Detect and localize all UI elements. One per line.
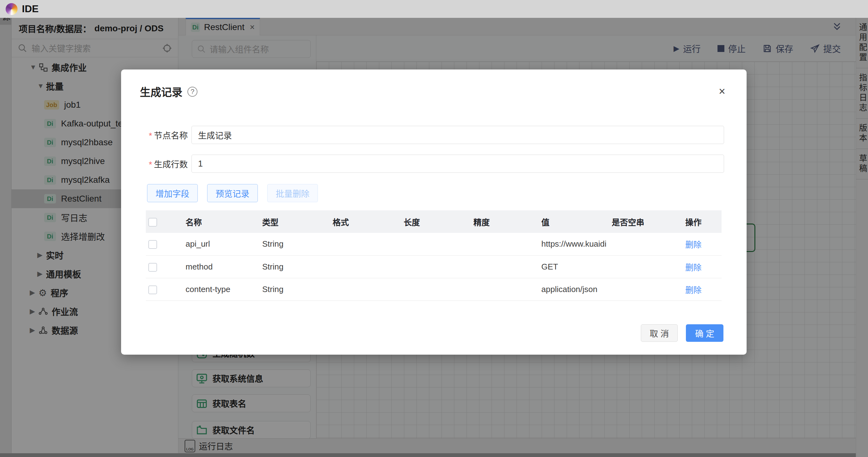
row-checkbox[interactable] [148,285,157,294]
app-title: IDE [22,3,38,15]
select-all-checkbox[interactable] [148,218,157,226]
dialog-close-icon[interactable]: × [719,86,725,97]
col-value: 值 [539,210,609,233]
required-asterisk: * [149,131,152,141]
cell-length [401,233,471,255]
cell-format [330,278,401,301]
cell-name: content-type [183,278,260,301]
node-name-input[interactable] [191,126,724,144]
col-length: 长度 [401,210,471,233]
top-bar: IDE [0,0,868,18]
col-empty-string: 是否空串 [609,210,683,233]
cell-name: api_url [183,233,260,255]
col-format: 格式 [330,210,401,233]
col-precision: 精度 [471,210,539,233]
delete-link[interactable]: 删除 [685,263,702,272]
row-count-row: *生成行数 [121,155,747,173]
generate-records-dialog: 生成记录 ? × *节点名称 *生成行数 增加字段 预览记录 批量删除 名称 类… [121,69,747,355]
cell-format [330,255,401,278]
cell-value: https://www.kuaidi [539,233,609,255]
table-header-row: 名称 类型 格式 长度 精度 值 是否空串 操作 [146,210,721,233]
required-asterisk: * [149,160,152,169]
col-type: 类型 [260,210,330,233]
col-name: 名称 [183,210,260,233]
cancel-button[interactable]: 取 消 [641,324,678,342]
batch-delete-button[interactable]: 批量删除 [267,184,318,202]
help-icon[interactable]: ? [187,87,197,97]
delete-link[interactable]: 删除 [685,285,702,295]
app-logo [6,3,18,15]
fields-table: 名称 类型 格式 长度 精度 值 是否空串 操作 api_url String … [146,210,721,301]
table-row: method String GET 删除 [146,255,721,278]
node-name-label: *节点名称 [121,129,188,141]
cell-type: String [260,255,330,278]
table-row: content-type String application/json 删除 [146,278,721,301]
cell-precision [471,255,539,278]
row-checkbox[interactable] [148,263,157,272]
cell-type: String [260,233,330,255]
cell-empty [609,233,683,255]
dialog-title: 生成记录 [140,84,182,99]
row-count-label: *生成行数 [121,158,188,170]
confirm-button[interactable]: 确 定 [686,324,723,342]
preview-records-button[interactable]: 预览记录 [207,184,258,202]
cell-empty [609,255,683,278]
delete-link[interactable]: 删除 [685,240,702,249]
cell-length [401,255,471,278]
table-row: api_url String https://www.kuaidi 删除 [146,233,721,255]
cell-value: application/json [539,278,609,301]
cell-length [401,278,471,301]
cell-name: method [183,255,260,278]
cell-format [330,233,401,255]
node-name-row: *节点名称 [121,126,747,144]
cell-precision [471,233,539,255]
add-field-button[interactable]: 增加字段 [147,184,198,202]
cell-type: String [260,278,330,301]
cell-precision [471,278,539,301]
cell-empty [609,278,683,301]
col-actions: 操作 [683,210,721,233]
row-count-input[interactable] [191,155,724,173]
row-checkbox[interactable] [148,240,157,249]
cell-value: GET [539,255,609,278]
